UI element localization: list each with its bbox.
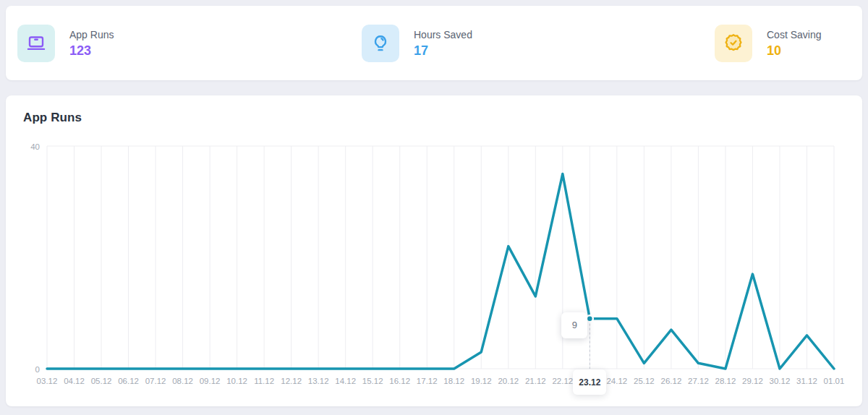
stat-value: 17: [414, 44, 472, 57]
svg-text:07.12: 07.12: [145, 377, 166, 385]
stat-label: Cost Saving: [767, 30, 821, 40]
svg-text:10.12: 10.12: [226, 377, 247, 385]
svg-text:19.12: 19.12: [471, 377, 492, 385]
svg-text:05.12: 05.12: [91, 377, 112, 385]
svg-text:28.12: 28.12: [715, 377, 736, 385]
svg-text:06.12: 06.12: [118, 377, 139, 385]
svg-text:16.12: 16.12: [389, 377, 410, 385]
svg-text:18.12: 18.12: [443, 377, 464, 385]
stat-hours-saved: Hours Saved 17: [362, 6, 472, 80]
stat-cost-saving: Cost Saving 10: [715, 6, 821, 80]
stat-app-runs: App Runs 123: [17, 6, 114, 80]
svg-text:03.12: 03.12: [37, 377, 58, 385]
svg-text:40: 40: [30, 142, 40, 151]
svg-text:01.01: 01.01: [824, 377, 845, 385]
svg-text:29.12: 29.12: [742, 377, 763, 385]
svg-text:21.12: 21.12: [525, 377, 546, 385]
svg-text:09.12: 09.12: [200, 377, 221, 385]
chart-tooltip-value: 9: [561, 312, 587, 338]
stats-summary-card: App Runs 123 Hours Saved 17 Cost Saving …: [6, 6, 862, 80]
svg-text:0: 0: [35, 365, 40, 374]
svg-text:31.12: 31.12: [796, 377, 817, 385]
chart-tooltip-date: 23.12: [573, 369, 606, 395]
app-runs-line-chart[interactable]: 40003.1204.1205.1206.1207.1208.1209.1210…: [6, 95, 862, 406]
svg-text:08.12: 08.12: [172, 377, 193, 385]
stat-value: 10: [767, 44, 821, 57]
app-runs-chart-card: App Runs 40003.1204.1205.1206.1207.1208.…: [6, 95, 862, 406]
svg-text:17.12: 17.12: [417, 377, 438, 385]
svg-text:14.12: 14.12: [335, 377, 356, 385]
badge-check-icon: [715, 25, 752, 62]
laptop-icon: [17, 25, 55, 62]
stat-value: 123: [69, 44, 114, 57]
svg-text:12.12: 12.12: [281, 377, 302, 385]
svg-text:11.12: 11.12: [254, 377, 274, 385]
stat-label: App Runs: [69, 30, 114, 40]
svg-text:27.12: 27.12: [688, 377, 709, 385]
svg-text:13.12: 13.12: [308, 377, 329, 385]
svg-text:24.12: 24.12: [606, 377, 627, 385]
svg-text:22.12: 22.12: [552, 377, 573, 385]
svg-text:26.12: 26.12: [661, 377, 682, 385]
stat-label: Hours Saved: [414, 30, 472, 40]
svg-text:30.12: 30.12: [770, 377, 791, 385]
svg-text:15.12: 15.12: [362, 377, 383, 385]
svg-text:25.12: 25.12: [634, 377, 655, 385]
svg-text:20.12: 20.12: [498, 377, 519, 385]
svg-text:04.12: 04.12: [64, 377, 85, 385]
lightbulb-icon: [362, 25, 399, 62]
